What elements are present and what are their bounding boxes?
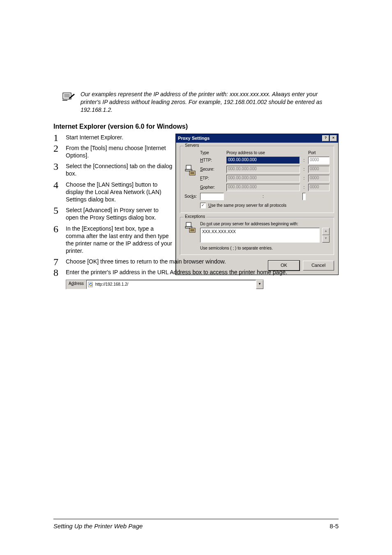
gopher-port-input: 0000 bbox=[308, 184, 330, 191]
step-item: Choose [OK] three times to return to the… bbox=[53, 258, 339, 265]
help-button[interactable]: ? bbox=[322, 135, 329, 141]
http-port-input[interactable]: 0000 bbox=[308, 157, 330, 164]
address-bar: Address http://192.168.1.2/ ▼ bbox=[66, 280, 264, 289]
ie-page-icon bbox=[88, 282, 94, 287]
document-page: Our examples represent the IP address of… bbox=[0, 0, 392, 555]
step-item: In the [Exceptions] text box, type a com… bbox=[53, 225, 173, 255]
row-label: HTTP: bbox=[200, 158, 224, 162]
exceptions-textarea[interactable]: XXX.XX.XXX.XXX bbox=[200, 228, 320, 243]
scroll-down-button[interactable]: ▼ bbox=[322, 235, 330, 243]
note-icon bbox=[62, 90, 75, 114]
svg-rect-6 bbox=[185, 169, 192, 171]
row-label: Gopher: bbox=[200, 185, 224, 190]
socks-address-input[interactable] bbox=[200, 193, 224, 200]
ftp-port-input: 0000 bbox=[308, 175, 330, 182]
address-dropdown-button[interactable]: ▼ bbox=[256, 280, 263, 289]
step-item: Choose the [LAN Settings] button to disp… bbox=[53, 181, 173, 204]
address-label: Address bbox=[66, 280, 86, 289]
exceptions-icon bbox=[184, 222, 198, 243]
dialog-title-bar[interactable]: Proxy Settings ? × bbox=[176, 134, 338, 143]
svg-rect-5 bbox=[186, 165, 191, 169]
secure-port-input: 0000 bbox=[308, 166, 330, 173]
secure-address-input: 000.00.000.000 bbox=[226, 166, 300, 173]
section-heading: Internet Explorer (version 6.0 for Windo… bbox=[53, 123, 339, 130]
servers-icon bbox=[184, 164, 198, 177]
same-proxy-label: Use the same proxy server for all protoc… bbox=[208, 203, 286, 208]
dialog-title: Proxy Settings bbox=[178, 136, 210, 141]
exceptions-hint: Use semicolons ( ; ) to separate entries… bbox=[200, 246, 330, 250]
address-field[interactable]: http://192.168.1.2/ bbox=[86, 280, 256, 289]
step-item: From the [Tools] menu choose [Internet O… bbox=[53, 144, 173, 159]
note-block: Our examples represent the IP address of… bbox=[53, 90, 339, 114]
proxy-settings-dialog: Proxy Settings ? × Servers bbox=[175, 134, 339, 275]
socks-port-input[interactable] bbox=[302, 193, 306, 200]
step-item: Select the [Connections] tab on the dial… bbox=[53, 162, 173, 177]
exceptions-instruction: Do not use proxy server for addresses be… bbox=[200, 222, 330, 226]
svg-rect-12 bbox=[185, 227, 192, 228]
col-port-header: Port bbox=[308, 150, 330, 155]
exceptions-groupbox: Exceptions bbox=[180, 217, 334, 255]
step-item: Select [Advanced] in Proxy server to ope… bbox=[53, 206, 173, 221]
servers-groupbox: Servers bbox=[180, 146, 334, 213]
step-item: Start Internet Explorer. bbox=[53, 134, 173, 141]
row-label: Socks: bbox=[184, 194, 198, 199]
page-footer: Setting Up the Printer Web Page 8-5 bbox=[53, 519, 339, 530]
servers-legend: Servers bbox=[184, 143, 200, 148]
same-proxy-checkbox[interactable]: ✓ bbox=[200, 203, 206, 208]
note-text: Our examples represent the IP address of… bbox=[81, 90, 339, 114]
row-label: FTP: bbox=[200, 176, 224, 180]
steps-list: Start Internet Explorer. From the [Tools… bbox=[53, 134, 173, 255]
close-button[interactable]: × bbox=[330, 135, 337, 141]
col-addr-header: Proxy address to use bbox=[226, 150, 300, 155]
gopher-address-input: 000.00.000.000 bbox=[226, 184, 300, 191]
ftp-address-input: 000.00.000.000 bbox=[226, 175, 300, 182]
row-label: Secure: bbox=[200, 167, 224, 171]
address-url: http://192.168.1.2/ bbox=[95, 282, 129, 287]
footer-page-number: 8-5 bbox=[330, 523, 339, 530]
exceptions-legend: Exceptions bbox=[184, 214, 206, 219]
http-address-input[interactable]: 000.00.000.000 bbox=[226, 157, 300, 164]
footer-title: Setting Up the Printer Web Page bbox=[53, 523, 143, 530]
svg-rect-11 bbox=[186, 222, 191, 227]
step-item: Enter the printer's IP address in the UR… bbox=[53, 268, 339, 276]
col-type-header: Type bbox=[200, 150, 224, 155]
scroll-up-button[interactable]: ▲ bbox=[322, 228, 330, 235]
